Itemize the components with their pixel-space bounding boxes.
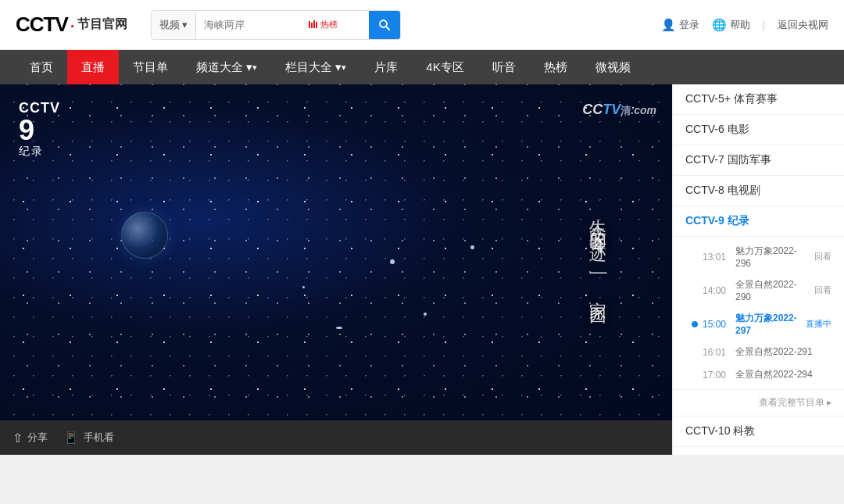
search-input[interactable]	[196, 11, 369, 39]
sparkle-1	[390, 259, 395, 264]
user-icon: 👤	[661, 18, 676, 32]
schedule-time: 17:00	[703, 370, 731, 381]
channel-schedule: 13:01魅力万象2022-296回看14:00全景自然2022-290回看15…	[673, 237, 844, 390]
video-player[interactable]: CCTV 9 纪录 CCTV清.com 生命的奇迹4—家园 ⇧ 分享 📱 手机看	[0, 84, 672, 455]
search-type-label: 视频	[159, 18, 180, 32]
sidebar-channel-cctv6[interactable]: CCTV-6 电影	[673, 115, 844, 145]
schedule-name: 魅力万象2022-296	[735, 245, 810, 269]
logo[interactable]: CCTV · 节目官网	[16, 13, 127, 38]
nav-item-programs[interactable]: 栏目大全 ▾	[271, 50, 360, 84]
login-label: 登录	[679, 18, 699, 32]
cctv-com-watermark: CCTV清.com	[582, 100, 656, 118]
video-background: CCTV 9 纪录 CCTV清.com 生命的奇迹4—家园	[0, 84, 672, 420]
logo-subtitle: 节目官网	[77, 16, 127, 33]
back-label: 返回央视网	[778, 18, 828, 32]
share-label: 分享	[27, 431, 48, 445]
schedule-item[interactable]: 17:00全景自然2022-294	[673, 363, 844, 386]
sparkle-5	[470, 245, 474, 249]
schedule-status: 回看	[814, 284, 831, 296]
svg-rect-0	[309, 21, 310, 28]
main-nav: 首页直播节目单频道大全 ▾栏目大全 ▾片库4K专区听音热榜微视频	[0, 50, 844, 84]
svg-rect-1	[311, 23, 313, 28]
sidebar-channel-cctv7[interactable]: CCTV-7 国防军事	[673, 145, 844, 176]
schedule-status: 回看	[814, 251, 831, 263]
hot-icon: 热榜	[308, 19, 338, 30]
login-button[interactable]: 👤 登录	[661, 18, 699, 32]
video-title-overlay: 生命的奇迹4—家园	[585, 205, 610, 300]
sidebar-channel-cctv11[interactable]: CCTV-11 ...	[673, 447, 844, 455]
schedule-time: 16:01	[703, 347, 731, 358]
share-control[interactable]: ⇧ 分享	[13, 431, 48, 445]
nav-item-library[interactable]: 片库	[360, 50, 412, 84]
nav-item-4k[interactable]: 4K专区	[412, 50, 477, 84]
schedule-item[interactable]: 16:01全景自然2022-291	[673, 341, 844, 363]
svg-line-5	[386, 27, 389, 30]
logo-dot: ·	[70, 13, 76, 38]
search-type-arrow: ▾	[182, 19, 188, 30]
nav-item-audio[interactable]: 听音	[478, 50, 530, 84]
header-right: 👤 登录 🌐 帮助 | 返回央视网	[661, 18, 828, 32]
schedule-more-link[interactable]: 查看完整节目单 ▸	[673, 390, 844, 416]
schedule-item[interactable]: 14:00全景自然2022-290回看	[673, 273, 844, 307]
schedule-name: 魅力万象2022-297	[735, 312, 801, 336]
search-input-wrap: 热榜	[196, 11, 369, 39]
channel-logo-type: 纪录	[19, 145, 60, 159]
channel-sidebar: CCTV-5+ 体育赛事CCTV-6 电影CCTV-7 国防军事CCTV-8 电…	[672, 84, 844, 455]
schedule-status: 直播中	[806, 318, 831, 330]
schedule-item[interactable]: 13:01魅力万象2022-296回看	[673, 240, 844, 273]
nav-item-hot[interactable]: 热榜	[530, 50, 581, 84]
sidebar-channel-cctv9[interactable]: CCTV-9 纪录	[673, 206, 844, 237]
channel-logo: CCTV 9 纪录	[19, 100, 60, 159]
help-button[interactable]: 🌐 帮助	[712, 18, 750, 32]
video-controls-bar: ⇧ 分享 📱 手机看	[0, 420, 672, 455]
hot-label: 热榜	[320, 19, 338, 30]
nav-item-home[interactable]: 首页	[16, 50, 67, 84]
share-icon: ⇧	[13, 431, 23, 445]
divider: |	[763, 19, 765, 30]
mobile-icon: 📱	[63, 431, 79, 445]
sidebar-channel-cctv10[interactable]: CCTV-10 科教	[673, 416, 844, 447]
sparkle-4	[302, 286, 305, 288]
nav-item-micro[interactable]: 微视频	[581, 50, 645, 84]
help-label: 帮助	[730, 18, 750, 32]
search-button[interactable]	[369, 11, 400, 39]
main-content: CCTV 9 纪录 CCTV清.com 生命的奇迹4—家园 ⇧ 分享 📱 手机看	[0, 84, 844, 455]
schedule-time: 13:01	[703, 252, 731, 263]
sparkle-3	[336, 327, 342, 329]
mobile-label: 手机看	[84, 431, 114, 445]
schedule-time: 14:00	[703, 285, 731, 296]
back-button[interactable]: 返回央视网	[778, 18, 828, 32]
live-dot	[692, 321, 698, 327]
search-type-selector[interactable]: 视频 ▾	[152, 11, 196, 39]
svg-rect-3	[316, 22, 317, 28]
schedule-name: 全景自然2022-290	[735, 278, 810, 302]
nav-item-schedule[interactable]: 节目单	[119, 50, 182, 84]
help-icon: 🌐	[712, 18, 727, 32]
nav-item-channels[interactable]: 频道大全 ▾	[182, 50, 271, 84]
logo-cctv-text: CCTV	[16, 13, 68, 37]
schedule-time: 15:00	[703, 319, 731, 330]
search-area: 视频 ▾ 热榜	[151, 10, 401, 40]
sidebar-channel-cctv8[interactable]: CCTV-8 电视剧	[673, 176, 844, 206]
schedule-name: 全景自然2022-294	[735, 368, 831, 381]
mobile-control[interactable]: 📱 手机看	[63, 431, 114, 445]
water-droplet	[121, 212, 168, 259]
schedule-item[interactable]: 15:00魅力万象2022-297直播中	[673, 307, 844, 341]
channel-logo-number: 9	[19, 116, 60, 145]
svg-rect-2	[313, 20, 315, 28]
schedule-name: 全景自然2022-291	[735, 345, 831, 359]
nav-item-live[interactable]: 直播	[67, 50, 119, 84]
sparkle-2	[424, 313, 427, 316]
sidebar-channel-cctv5plus[interactable]: CCTV-5+ 体育赛事	[673, 84, 844, 115]
header: CCTV · 节目官网 视频 ▾ 热榜	[0, 0, 844, 50]
